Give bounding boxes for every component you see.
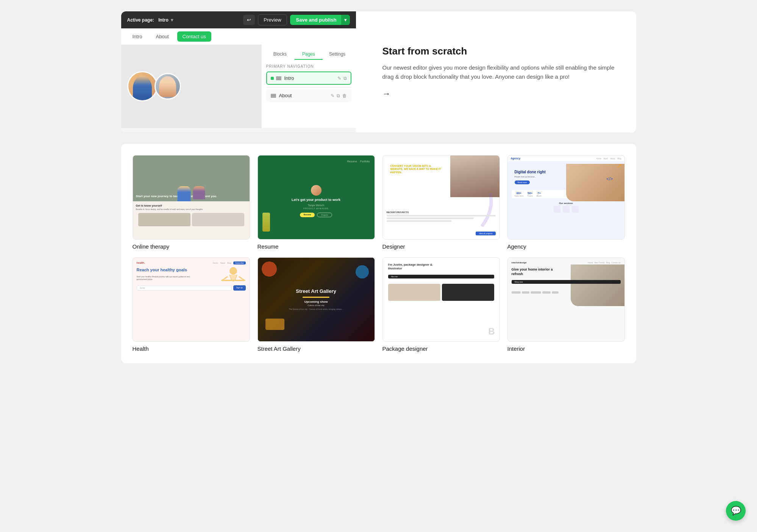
sidebar-tab-blocks[interactable]: Blocks: [266, 49, 294, 60]
template-name-therapy: Online therapy: [133, 243, 250, 250]
chat-icon: 💬: [731, 506, 741, 516]
sidebar-tab-pages[interactable]: Pages: [295, 49, 323, 60]
health-nav-1: Home: [213, 262, 218, 264]
scratch-section: Start from scratch Our newest editor giv…: [364, 11, 636, 132]
therapy-overlay-text: Start your new journey to becoming a mor…: [133, 191, 220, 201]
active-page-name: Intro: [158, 17, 169, 23]
interior-photo: [571, 264, 624, 306]
agency-stat-3-label: Awards: [537, 195, 542, 197]
template-item-agency[interactable]: Agency Home Work About Blog ↗ </> Digita…: [507, 155, 625, 250]
canvas-person-2: [155, 73, 181, 100]
template-name-health: Health: [133, 345, 250, 352]
divider: [266, 87, 351, 87]
therapy-person-1: [177, 186, 190, 201]
interior-nav: interiordesign Home Next Trends Blog Con…: [512, 261, 621, 264]
agency-content: Digital done right People love us becaus…: [512, 159, 621, 187]
page-name-intro: Intro: [284, 75, 337, 81]
template-item-designer[interactable]: CONVERT YOUR VISION INTO A WEBSITE. WE H…: [382, 155, 500, 250]
therapy-top: Start your new journey to becoming a mor…: [133, 156, 250, 201]
scratch-arrow[interactable]: →: [382, 89, 617, 99]
interior-nav-2: Next Trends: [595, 261, 605, 264]
template-thumbnail-package: I'm Justin, package designer & illustrat…: [382, 257, 500, 342]
nav-tab-intro[interactable]: Intro: [127, 31, 148, 42]
agency-logo: Agency: [511, 157, 520, 160]
template-item-street[interactable]: Street Art Gallery Upcoming show Colors …: [258, 257, 375, 352]
service-icon-3: [572, 206, 579, 213]
agency-stat-2-label: Projects: [528, 195, 533, 197]
agency-nav-1: Home: [596, 157, 601, 160]
agency-stat-2: 50+: [528, 191, 533, 195]
template-name-interior: Interior: [507, 345, 625, 352]
preview-button[interactable]: Preview: [258, 14, 287, 25]
sidebar-tab-settings[interactable]: Settings: [323, 49, 351, 60]
interior-logo-2: [522, 291, 529, 294]
designer-headline: CONVERT YOUR VISION INTO A WEBSITE. WE H…: [390, 165, 441, 174]
resume-content: Let's get your product to work Tanya Wel…: [292, 185, 340, 217]
nav-tab-contact[interactable]: Contact us: [177, 31, 211, 42]
agency-btn[interactable]: Read more: [515, 180, 530, 184]
street-graffiti-2: [356, 265, 369, 278]
street-graffiti-3: [265, 319, 284, 330]
designer-recent: RECENT PROJECTS: [383, 209, 499, 224]
resume-person-name: Tanya Welsch: [292, 204, 340, 207]
interior-btn[interactable]: Shop now: [512, 280, 621, 284]
nav-tab-about[interactable]: About: [151, 31, 174, 42]
designer-table-1: [387, 215, 496, 216]
template-item-interior[interactable]: interiordesign Home Next Trends Blog Con…: [507, 257, 625, 352]
template-item-therapy[interactable]: Start your new journey to becoming a mor…: [133, 155, 250, 250]
interior-logo-3: [531, 291, 541, 294]
save-publish-button[interactable]: Save and publish: [290, 15, 343, 25]
scratch-title: Start from scratch: [382, 45, 617, 57]
template-item-health[interactable]: health. Home About Blog Subscribe Reach …: [133, 257, 250, 352]
interior-nav-4: Contact us: [612, 261, 621, 264]
resume-btn-projects[interactable]: Projects: [317, 213, 332, 217]
template-item-package[interactable]: I'm Justin, package designer & illustrat…: [382, 257, 500, 352]
scratch-description: Our newest editor gives you more design …: [382, 63, 617, 81]
templates-grid: Start your new journey to becoming a mor…: [133, 155, 625, 352]
interior-nav-3: Blog: [606, 261, 610, 264]
agency-stat-1-label: Happy clients: [515, 195, 524, 197]
active-page-indicator: Active page: Intro ▾: [127, 17, 173, 23]
designer-view-all[interactable]: View all projects: [476, 232, 495, 235]
health-email-input[interactable]: Email: [137, 285, 232, 291]
template-name-agency: Agency: [507, 243, 625, 250]
template-name-package: Package designer: [382, 345, 500, 352]
page-item-about[interactable]: About ✎ ⧉ 🗑: [266, 89, 351, 102]
template-thumbnail-agency: Agency Home Work About Blog ↗ </> Digita…: [507, 155, 625, 240]
street-content: Street Art Gallery Upcoming show Colors …: [285, 282, 347, 317]
editor-preview: Active page: Intro ▾ ↩ Preview Save and …: [121, 11, 356, 132]
save-publish-dropdown[interactable]: ▾: [341, 15, 350, 25]
therapy-bottom-title: Get to know yourself: [136, 204, 247, 207]
street-bar: [303, 297, 330, 298]
resume-accent-bar: [262, 213, 270, 232]
resume-avatar: [311, 185, 322, 196]
package-hire-btn[interactable]: Hire me: [388, 275, 494, 278]
template-item-resume[interactable]: Resume Portfolio Let's get your product …: [258, 155, 375, 250]
chat-button[interactable]: 💬: [726, 501, 746, 521]
editor-content: Blocks Pages Settings PRIMARY NAVIGATION: [121, 45, 356, 128]
resume-btn-resume[interactable]: Resume: [300, 213, 315, 217]
page-item-icon: [276, 76, 281, 80]
street-gallery-title: Street Art Gallery: [289, 288, 343, 294]
street-desc: The Streets of our city - Canvas of loca…: [289, 308, 343, 311]
therapy-person-2: [193, 186, 205, 199]
history-button[interactable]: ↩: [243, 15, 255, 25]
page-delete-icon[interactable]: 🗑: [342, 93, 347, 98]
agency-headline: Digital done right: [515, 170, 561, 174]
therapy-sub-img-2: [192, 213, 244, 226]
page-copy-icon-2[interactable]: ⧉: [337, 93, 340, 98]
active-page-dropdown-icon[interactable]: ▾: [171, 17, 173, 23]
active-indicator: [271, 77, 274, 80]
interior-nav-1: Home: [588, 261, 593, 264]
health-nav: health. Home About Blog Subscribe: [137, 261, 246, 264]
page-item-intro[interactable]: Intro ✎ ⧉: [266, 72, 351, 85]
designer-content: CONVERT YOUR VISION INTO A WEBSITE. WE H…: [387, 159, 496, 178]
health-headline: Reach your healthy goals: [137, 268, 197, 272]
package-photos: [388, 284, 494, 301]
street-upcoming: Upcoming show: [289, 300, 343, 303]
page-edit-icon[interactable]: ✎: [337, 76, 341, 81]
page-edit-icon-2[interactable]: ✎: [331, 93, 334, 98]
template-name-designer: Designer: [382, 243, 500, 250]
page-copy-icon[interactable]: ⧉: [343, 76, 347, 81]
health-nav-btn[interactable]: Subscribe: [233, 261, 245, 264]
